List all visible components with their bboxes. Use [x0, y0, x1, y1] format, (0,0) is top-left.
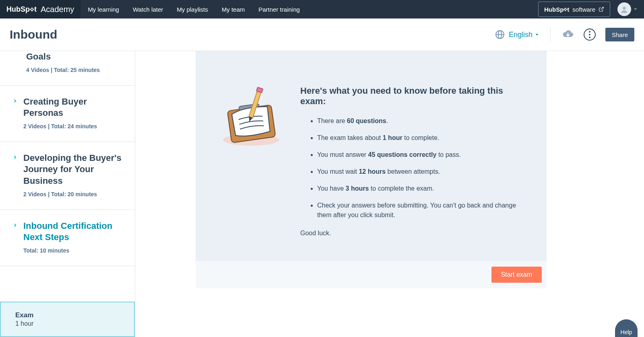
course-sidebar: Goals 4 Videos | Total: 25 minutes Creat…	[0, 51, 135, 337]
nav-partner-training[interactable]: Partner training	[258, 6, 300, 13]
external-link-icon	[599, 6, 604, 12]
exam-info: Here's what you need to know before taki…	[300, 86, 527, 237]
exam-bullet: You have 3 hours to complete the exam.	[317, 184, 527, 193]
clipboard-illustration	[215, 86, 287, 237]
start-exam-button[interactable]: Start exam	[491, 267, 542, 283]
divider	[550, 28, 551, 41]
lesson-title: Creating Buyer Personas	[23, 96, 125, 119]
nav-my-team[interactable]: My team	[222, 6, 245, 13]
sidebar-item-goals[interactable]: Goals 4 Videos | Total: 25 minutes	[0, 51, 135, 86]
chevron-right-icon	[13, 98, 19, 107]
nav-my-playlists[interactable]: My playlists	[177, 6, 208, 13]
brand-logo[interactable]: HubSp t Academy	[0, 0, 80, 18]
nav-my-learning[interactable]: My learning	[88, 6, 119, 13]
top-nav: HubSp t Academy My learning Watch later …	[0, 0, 644, 18]
exam-info-list: There are 60 questions. The exam takes a…	[300, 116, 527, 220]
download-cloud-icon[interactable]	[562, 30, 574, 39]
help-label: Help	[621, 329, 632, 335]
chevron-down-icon	[535, 33, 539, 37]
sidebar-item-next-steps[interactable]: Inbound Certification Next Steps Total: …	[0, 210, 135, 266]
share-button[interactable]: Share	[605, 28, 634, 41]
nav-watch-later[interactable]: Watch later	[133, 6, 163, 13]
sidebar-item-buyers-journey[interactable]: Developing the Buyer's Journey for Your …	[0, 142, 135, 210]
lesson-title: Developing the Buyer's Journey for Your …	[23, 152, 125, 187]
exam-duration: 1 hour	[15, 320, 120, 327]
sprocket-icon	[29, 7, 35, 12]
sidebar-item-exam[interactable]: Exam 1 hour	[0, 302, 135, 337]
page-title: Inbound	[10, 28, 57, 41]
account-menu-chevron[interactable]	[634, 6, 638, 12]
language-selector[interactable]: English	[509, 31, 539, 39]
svg-point-5	[565, 8, 567, 10]
exam-bullet: The exam takes about 1 hour to complete.	[317, 133, 527, 143]
nav-links: My learning Watch later My playlists My …	[80, 6, 307, 13]
lesson-title: Inbound Certification Next Steps	[23, 220, 125, 243]
svg-line-10	[601, 7, 603, 10]
svg-marker-15	[536, 34, 539, 35]
good-luck-text: Good luck.	[300, 230, 527, 237]
svg-point-11	[623, 7, 625, 10]
sub-header: Inbound English Share	[0, 18, 644, 51]
lesson-meta: 2 Videos | Total: 24 minutes	[23, 123, 125, 129]
exam-card-footer: Start exam	[196, 261, 547, 288]
exam-bullet: You must wait 12 hours between attempts.	[317, 167, 527, 177]
exam-title: Exam	[15, 311, 120, 319]
content-area: Goals 4 Videos | Total: 25 minutes Creat…	[0, 51, 644, 337]
globe-icon	[495, 30, 505, 39]
exam-card: Here's what you need to know before taki…	[196, 51, 547, 337]
exam-bullet: You must answer 45 questions correctly t…	[317, 150, 527, 160]
dots-vertical-icon	[589, 31, 590, 38]
language-label: English	[509, 31, 533, 39]
exam-info-heading: Here's what you need to know before taki…	[300, 86, 527, 107]
exam-bullet: There are 60 questions.	[317, 116, 527, 126]
avatar[interactable]	[617, 2, 631, 16]
chevron-right-icon	[13, 154, 19, 163]
sidebar-item-buyer-personas[interactable]: Creating Buyer Personas 2 Videos | Total…	[0, 86, 135, 142]
exam-card-body: Here's what you need to know before taki…	[196, 51, 547, 261]
hubspot-software-button[interactable]: HubSpt software	[538, 2, 610, 17]
lesson-meta: 4 Videos | Total: 25 minutes	[26, 67, 125, 73]
chevron-right-icon	[13, 222, 19, 231]
user-icon	[620, 5, 629, 14]
hubspot-wordmark: HubSp t	[6, 5, 37, 14]
svg-point-0	[31, 8, 33, 10]
lesson-meta: Total: 10 minutes	[23, 247, 125, 254]
lesson-title: Goals	[26, 51, 51, 63]
lesson-meta: 2 Videos | Total: 20 minutes	[23, 191, 125, 197]
sprocket-icon	[563, 7, 568, 12]
exam-bullet: Check your answers before submitting. Yo…	[317, 201, 527, 220]
brand-academy-text: Academy	[41, 5, 74, 14]
chevron-down-icon	[634, 7, 638, 11]
main-panel: Here's what you need to know before taki…	[135, 51, 644, 337]
more-menu-button[interactable]	[584, 29, 596, 41]
